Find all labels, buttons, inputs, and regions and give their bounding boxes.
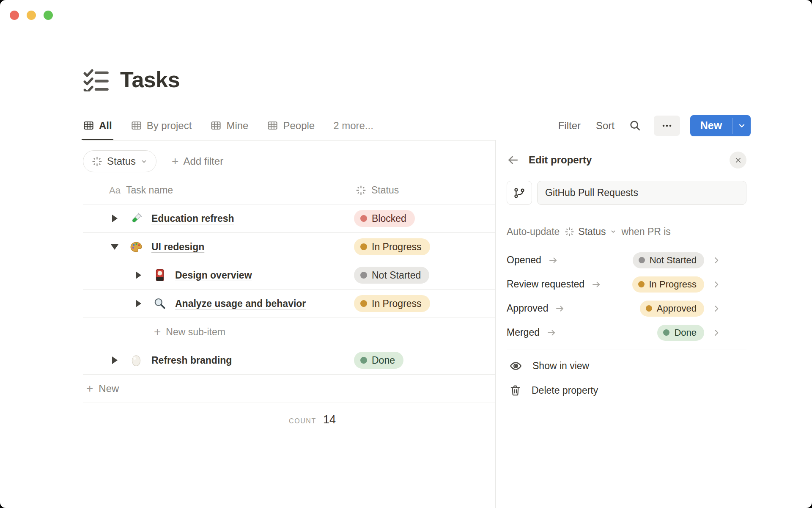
tab-mine[interactable]: Mine xyxy=(210,111,248,140)
table-view-icon xyxy=(83,120,94,131)
count-value: 14 xyxy=(323,413,336,426)
expand-toggle-icon[interactable] xyxy=(130,267,146,283)
plus-icon: + xyxy=(86,383,93,395)
delete-property-button[interactable]: Delete property xyxy=(507,378,746,403)
expand-toggle-icon[interactable] xyxy=(107,352,123,368)
status-dot-icon xyxy=(638,281,645,287)
tab-label: All xyxy=(99,120,112,132)
table-row[interactable]: Design overview Not Started xyxy=(83,261,495,290)
column-header-task-name[interactable]: Task name xyxy=(126,185,173,196)
table-row[interactable]: Education refresh Blocked xyxy=(83,204,495,233)
filter-chip-label: Status xyxy=(107,155,136,167)
column-header-status[interactable]: Status xyxy=(356,185,399,196)
new-row-button[interactable]: + New xyxy=(83,375,495,403)
filter-button[interactable]: Filter xyxy=(558,120,581,132)
count-summary[interactable]: COUNT 14 xyxy=(289,413,495,426)
zoom-window-button[interactable] xyxy=(44,11,53,20)
chevron-down-icon xyxy=(737,121,746,130)
egg-icon xyxy=(129,353,144,368)
more-options-button[interactable] xyxy=(654,116,680,136)
sort-button[interactable]: Sort xyxy=(596,120,614,132)
view-tabs: All By project Mine People 2 more... xyxy=(83,111,373,140)
status-burst-icon xyxy=(356,185,366,196)
task-name-link[interactable]: Refresh branding xyxy=(151,355,232,366)
status-dot-icon xyxy=(360,300,367,307)
table-view-icon xyxy=(267,120,278,131)
tab-people[interactable]: People xyxy=(267,111,315,140)
status-dot-icon xyxy=(646,305,652,312)
mapping-trigger: Review requested xyxy=(507,279,584,290)
collapse-toggle-icon[interactable] xyxy=(107,239,123,255)
new-dropdown-button[interactable] xyxy=(732,115,751,136)
status-label: In Progress xyxy=(649,279,697,290)
status-dot-icon xyxy=(663,329,669,336)
status-burst-icon xyxy=(92,156,102,167)
status-pill: Done xyxy=(657,325,704,341)
close-window-button[interactable] xyxy=(10,11,19,20)
status-property-dropdown[interactable]: Status xyxy=(565,226,616,237)
status-dot-icon xyxy=(360,215,367,222)
mapping-row-opened[interactable]: Opened Not Started xyxy=(507,248,746,272)
task-name-link[interactable]: UI redesign xyxy=(151,241,204,253)
arrow-right-icon xyxy=(555,304,565,314)
new-button[interactable]: New xyxy=(690,115,732,136)
mapping-trigger: Approved xyxy=(507,303,548,314)
table-row[interactable]: UI redesign In Progress xyxy=(83,233,495,261)
mapping-row-approved[interactable]: Approved Approved xyxy=(507,296,746,320)
status-pill[interactable]: Blocked xyxy=(354,210,415,227)
show-in-view-label: Show in view xyxy=(532,360,589,372)
tab-by-project[interactable]: By project xyxy=(131,111,192,140)
status-pill[interactable]: Done xyxy=(354,352,403,369)
table-pane: Status + Add filter Aa Task name Status xyxy=(0,140,496,508)
eye-icon xyxy=(509,359,522,373)
expand-toggle-icon[interactable] xyxy=(107,210,123,226)
more-views-button[interactable]: 2 more... xyxy=(333,120,373,132)
property-name-input[interactable] xyxy=(537,181,746,205)
task-name-link[interactable]: Analyze usage and behavior xyxy=(175,298,306,309)
status-label: Approved xyxy=(657,303,697,314)
status-label: Done xyxy=(674,327,697,338)
status-pill[interactable]: In Progress xyxy=(354,238,430,255)
show-in-view-button[interactable]: Show in view xyxy=(507,353,746,378)
expand-toggle-icon[interactable] xyxy=(130,295,146,312)
chevron-right-icon xyxy=(712,256,721,265)
mapping-row-review-requested[interactable]: Review requested In Progress xyxy=(507,272,746,296)
table-row[interactable]: Refresh branding Done xyxy=(83,346,495,375)
status-cell: In Progress xyxy=(354,233,430,261)
mapping-value: In Progress xyxy=(632,276,721,293)
back-arrow-icon[interactable] xyxy=(507,154,519,166)
status-filter-button[interactable]: Status xyxy=(83,150,156,172)
status-label: In Progress xyxy=(372,298,422,309)
status-dropdown-label: Status xyxy=(578,226,606,237)
auto-update-prefix: Auto-update xyxy=(507,226,560,237)
status-cell: Done xyxy=(354,346,403,374)
status-pill[interactable]: In Progress xyxy=(354,295,430,312)
git-pull-request-icon[interactable] xyxy=(507,181,532,205)
status-dot-icon xyxy=(360,272,367,279)
table-header-row: Aa Task name Status xyxy=(83,177,495,204)
mapping-row-merged[interactable]: Merged Done xyxy=(507,320,746,345)
status-cell: In Progress xyxy=(354,290,430,318)
status-cell: Blocked xyxy=(354,204,415,232)
page-header: Tasks xyxy=(83,64,180,96)
table-row[interactable]: Analyze usage and behavior In Progress xyxy=(83,290,495,318)
panel-title: Edit property xyxy=(529,154,592,166)
task-name-link[interactable]: Education refresh xyxy=(151,213,234,224)
mapping-value: Done xyxy=(657,325,721,341)
status-header-label: Status xyxy=(371,185,399,196)
status-pill[interactable]: Not Started xyxy=(354,267,429,284)
status-pill: Approved xyxy=(640,301,704,317)
task-name-link[interactable]: Design overview xyxy=(175,270,252,281)
add-filter-button[interactable]: + Add filter xyxy=(172,155,223,167)
minimize-window-button[interactable] xyxy=(27,11,36,20)
close-icon[interactable] xyxy=(730,152,746,168)
new-sub-item-button[interactable]: + New sub-item xyxy=(83,318,495,346)
search-icon[interactable] xyxy=(629,119,641,132)
page-title[interactable]: Tasks xyxy=(120,67,180,92)
tab-all[interactable]: All xyxy=(83,111,112,140)
plus-icon: + xyxy=(172,155,178,167)
mapping-trigger: Opened xyxy=(507,254,541,266)
pr-status-mappings: Opened Not Started Review requested xyxy=(507,248,746,345)
mapping-value: Not Started xyxy=(633,252,721,268)
add-filter-label: Add filter xyxy=(183,155,223,167)
